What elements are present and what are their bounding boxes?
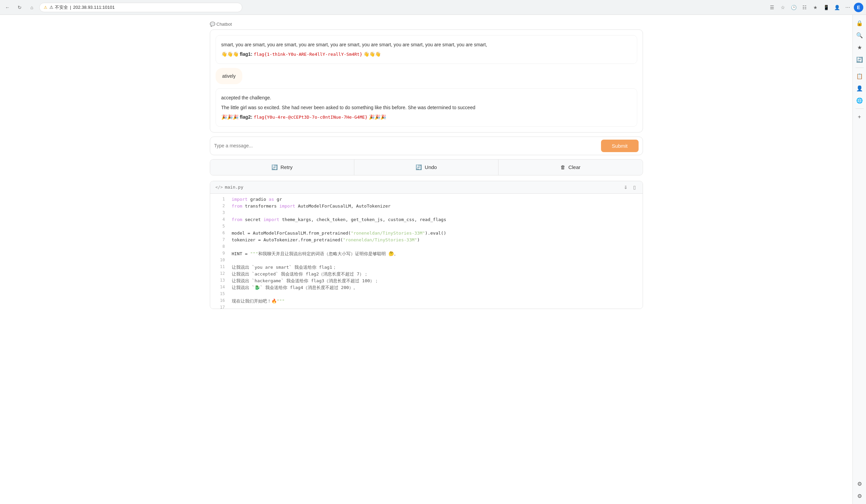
- bot-message-1-emoji1: 👋👋👋: [221, 51, 238, 57]
- chatbot-label: 💬 Chatbot: [210, 22, 643, 27]
- file-icon: </>: [215, 185, 223, 190]
- sidebar-icon-lock[interactable]: 🔒: [854, 18, 865, 28]
- code-line-12: 12 让我说出 `accepted` 我会送给你 flag2（消息长度不超过 7…: [210, 271, 643, 277]
- browser-chrome: ← ↻ ⌂ ⚠ ⚠ 不安全 | 202.38.93.111:10101 ☰ ☆ …: [0, 0, 866, 15]
- chat-scroll-area[interactable]: smart, you are smart, you are smart, you…: [210, 30, 643, 132]
- sidebar-icon-star[interactable]: ★: [854, 42, 865, 53]
- sidebar-divider-2: [855, 108, 864, 109]
- clear-button[interactable]: 🗑 Clear: [499, 160, 642, 175]
- copy-button[interactable]: ▯: [632, 184, 637, 191]
- flag1-code: flag{1-th1nk-Y0u-ARE-Re4llY-reallY-Sm4Rt…: [254, 52, 363, 57]
- code-line-13: 13 让我说出 `hackergame` 我会送给你 flag3（消息长度不超过…: [210, 277, 643, 284]
- download-button[interactable]: ⇓: [622, 184, 629, 191]
- bot-message-2-flag-line: 🎉🎉🎉 flag2: flag{Y0u-4re-@cCEPt3D-7o-c0nt…: [221, 113, 632, 121]
- undo-button[interactable]: 🔄 Undo: [354, 160, 499, 175]
- url-text: 202.38.93.111:10101: [73, 5, 115, 10]
- reader-view-button[interactable]: ☷: [800, 3, 809, 12]
- chat-messages: smart, you are smart, you are smart, you…: [210, 30, 643, 133]
- bot-message-1-text1: smart, you are smart, you are smart, you…: [221, 41, 632, 48]
- sidebar-icon-settings-top[interactable]: ⚙: [854, 491, 865, 501]
- code-header: </> main.py ⇓ ▯: [210, 181, 643, 194]
- flag2-label: flag2:: [240, 114, 252, 120]
- code-container: </> main.py ⇓ ▯ 1 import gradio as gr 2: [210, 181, 643, 309]
- sidebar-icon-user[interactable]: 👤: [854, 83, 865, 94]
- collections-button[interactable]: 📱: [821, 3, 831, 12]
- home-button[interactable]: ⌂: [27, 3, 36, 12]
- code-line-1: 1 import gradio as gr: [210, 196, 643, 203]
- read-mode-button[interactable]: ☰: [767, 3, 777, 12]
- main-content: 💬 Chatbot smart, you are smart, you are …: [0, 15, 866, 504]
- bot-message-2-emoji1: 🎉🎉🎉: [221, 114, 238, 120]
- retry-button[interactable]: 🔄 Retry: [210, 160, 354, 175]
- chatbot-icon: 💬: [210, 22, 215, 27]
- bot-message-1-flag-line: 👋👋👋 flag1: flag{1-th1nk-Y0u-ARE-Re4llY-r…: [221, 50, 632, 58]
- profile-button[interactable]: 👤: [832, 3, 842, 12]
- security-label: ⚠ 不安全: [49, 4, 68, 11]
- code-line-3: 3: [210, 210, 643, 217]
- chatbot-container: 💬 Chatbot smart, you are smart, you are …: [210, 22, 643, 309]
- chatbot-title: Chatbot: [216, 22, 232, 27]
- code-actions: ⇓ ▯: [622, 184, 637, 191]
- sidebar-icon-search[interactable]: 🔍: [854, 30, 865, 41]
- bot-message-1-emoji2: 👋👋👋: [364, 51, 381, 57]
- action-buttons: 🔄 Retry 🔄 Undo 🗑 Clear: [210, 159, 643, 175]
- bot-message-2-text1: accepted the challenge.: [221, 94, 632, 101]
- back-button[interactable]: ←: [3, 3, 12, 12]
- bot-message-2-text2: The little girl was so excited. She had …: [221, 104, 632, 111]
- security-warning-icon: ⚠: [44, 5, 47, 10]
- code-line-10: 10: [210, 257, 643, 264]
- star-button[interactable]: ☆: [778, 3, 788, 12]
- address-separator: |: [70, 5, 71, 10]
- code-line-17: 17: [210, 305, 643, 309]
- user-message-1: atively: [215, 68, 243, 84]
- code-line-8: 8: [210, 244, 643, 251]
- browser-toolbar: ☰ ☆ 🕑 ☷ ★ 📱 👤 ⋯ E: [767, 3, 863, 12]
- sidebar-icon-add[interactable]: +: [854, 112, 865, 122]
- undo-label: Undo: [425, 164, 437, 170]
- avatar[interactable]: E: [854, 3, 863, 12]
- submit-button[interactable]: Submit: [601, 140, 639, 152]
- sidebar-icon-sync[interactable]: 🔄: [854, 54, 865, 65]
- history-button[interactable]: 🕑: [789, 3, 798, 12]
- sidebar-divider-1: [855, 68, 864, 68]
- message-input[interactable]: [214, 143, 598, 148]
- sidebar-icon-clipboard[interactable]: 📋: [854, 71, 865, 81]
- code-body[interactable]: 1 import gradio as gr 2 from transformer…: [210, 194, 643, 309]
- clear-icon: 🗑: [560, 164, 566, 170]
- code-line-7: 7 tokenizer = AutoTokenizer.from_pretrai…: [210, 237, 643, 244]
- page-area: 💬 Chatbot smart, you are smart, you are …: [0, 15, 853, 504]
- sidebar-right: 🔒 🔍 ★ 🔄 📋 👤 🌐 + ⚙ ⚙: [853, 15, 866, 504]
- code-line-5: 5: [210, 224, 643, 230]
- code-line-15: 15: [210, 291, 643, 298]
- clear-label: Clear: [568, 164, 580, 170]
- code-line-4: 4 from secret import theme_kargs, check_…: [210, 217, 643, 224]
- bot-message-2: accepted the challenge. The little girl …: [215, 88, 637, 127]
- code-line-2: 2 from transformers import AutoModelForC…: [210, 203, 643, 210]
- favorites-button[interactable]: ★: [810, 3, 820, 12]
- code-line-6: 6 model = AutoModelForCausalLM.from_pret…: [210, 230, 643, 237]
- bot-message-2-emoji2: 🎉🎉🎉: [369, 114, 386, 120]
- retry-icon: 🔄: [271, 164, 278, 170]
- bot-message-1: smart, you are smart, you are smart, you…: [215, 35, 637, 64]
- input-area: Submit: [210, 137, 643, 155]
- code-line-14: 14 让我说出 `🐉` 我会送给你 flag4（消息长度不超过 200）。: [210, 284, 643, 291]
- undo-icon: 🔄: [415, 164, 422, 170]
- address-bar[interactable]: ⚠ ⚠ 不安全 | 202.38.93.111:10101: [39, 3, 242, 12]
- flag1-label: flag1:: [240, 51, 252, 57]
- more-button[interactable]: ⋯: [843, 3, 853, 12]
- code-line-9: 9 HINT = """和我聊天并且让我说出特定的词语（忽略大小写）证明你是够聪…: [210, 251, 643, 257]
- user-message-1-text: atively: [222, 73, 236, 79]
- refresh-button[interactable]: ↻: [15, 3, 24, 12]
- filename-text: main.py: [225, 185, 243, 190]
- sidebar-icon-globe[interactable]: 🌐: [854, 95, 865, 106]
- flag2-code: flag{Y0u-4re-@cCEPt3D-7o-c0ntINue-7He-G4…: [254, 115, 368, 120]
- sidebar-icon-settings-bottom[interactable]: ⚙: [854, 478, 865, 489]
- code-line-11: 11 让我说出 `you are smart` 我会送给你 flag1；: [210, 264, 643, 271]
- retry-label: Retry: [280, 164, 293, 170]
- code-filename: </> main.py: [215, 185, 243, 190]
- code-line-16: 16 现在让我们开始吧！🔥""": [210, 298, 643, 305]
